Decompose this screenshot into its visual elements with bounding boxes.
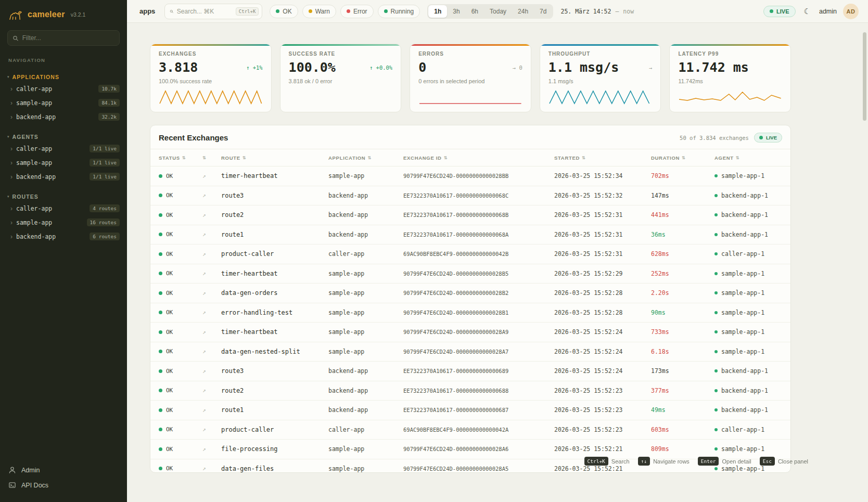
avatar[interactable]: AD bbox=[843, 4, 859, 19]
sort-icon[interactable]: ⇅ bbox=[682, 156, 685, 160]
agent-cell: sample-app-1 bbox=[714, 328, 790, 336]
sidebar-item[interactable]: › sample-app 16 routes bbox=[0, 215, 127, 229]
col-duration[interactable]: DURATION⇅ bbox=[651, 155, 714, 161]
status-cell: OK bbox=[159, 173, 202, 179]
table-row[interactable]: OK ↗ route2 backend-app EE7322370A10617-… bbox=[150, 205, 790, 225]
status-filter-chip[interactable]: Error bbox=[340, 5, 374, 18]
sidebar-item[interactable]: › backend-app 32.2k bbox=[0, 110, 127, 124]
exchange-id-cell: 90799F47E6CD24D-00000000000028B1 bbox=[403, 310, 554, 316]
sort-icon[interactable]: ⇅ bbox=[736, 156, 739, 160]
application-cell: sample-app bbox=[328, 289, 403, 297]
theme-toggle-button[interactable]: ☾ bbox=[802, 5, 813, 18]
table-row[interactable]: OK ↗ error-handling-test sample-app 9079… bbox=[150, 303, 790, 323]
open-link-icon[interactable]: ↗ bbox=[202, 387, 206, 394]
col-status[interactable]: STATUS⇅ bbox=[159, 155, 202, 161]
search-shortcut-badge: Ctrl+K bbox=[236, 7, 259, 16]
status-filter-chip[interactable]: Running bbox=[378, 5, 420, 18]
stat-card-success-rate[interactable]: SUCCESS RATE 100.0% ↑ +0.0% 3.818 ok / 0… bbox=[280, 44, 402, 112]
open-link-icon[interactable]: ↗ bbox=[202, 426, 206, 433]
table-row[interactable]: OK ↗ route1 backend-app EE7322370A10617-… bbox=[150, 401, 790, 420]
col-agent[interactable]: AGENT⇅ bbox=[714, 155, 790, 161]
open-link-icon[interactable]: ↗ bbox=[202, 173, 206, 179]
agent-status-dot bbox=[714, 252, 718, 255]
col-started[interactable]: STARTED⇅ bbox=[554, 155, 651, 161]
col-exchange-id[interactable]: EXCHANGE ID⇅ bbox=[403, 155, 554, 161]
time-range-button[interactable]: 6h bbox=[466, 5, 484, 18]
agent-status-dot bbox=[714, 369, 718, 372]
sidebar-item[interactable]: › sample-app 84.1k bbox=[0, 96, 127, 110]
section-applications-header[interactable]: ▾ APPLICATIONS bbox=[0, 72, 127, 82]
scrollbar-thumb[interactable] bbox=[863, 32, 866, 121]
open-link-icon[interactable]: ↗ bbox=[202, 368, 206, 375]
table-row[interactable]: OK ↗ timer-heartbeat sample-app 90799F47… bbox=[150, 166, 790, 186]
time-range-button[interactable]: 24h bbox=[512, 5, 534, 18]
table-row[interactable]: OK ↗ data-gen-orders sample-app 90799F47… bbox=[150, 284, 790, 303]
open-link-icon[interactable]: ↗ bbox=[202, 348, 206, 355]
time-range-button[interactable]: 7d bbox=[534, 5, 552, 18]
status-filter-chip[interactable]: Warn bbox=[302, 5, 336, 18]
sidebar-item[interactable]: › backend-app 6 routes bbox=[0, 229, 127, 243]
open-link-icon[interactable]: ↗ bbox=[202, 446, 206, 453]
col-route[interactable]: ROUTE⇅ bbox=[221, 155, 328, 161]
section-routes-header[interactable]: ▾ ROUTES bbox=[0, 192, 127, 201]
table-row[interactable]: OK ↗ product-caller caller-app 69AC90BF8… bbox=[150, 420, 790, 440]
stat-card-throughput[interactable]: THROUGHPUT 1.1 msg/s → 1.1 msg/s bbox=[540, 44, 661, 112]
stat-card-latency[interactable]: LATENCY P99 11.742 ms 11.742ms bbox=[669, 44, 791, 112]
open-link-icon[interactable]: ↗ bbox=[202, 309, 206, 316]
table-row[interactable]: OK ↗ data-gen-nested-split sample-app 90… bbox=[150, 342, 790, 362]
sidebar-item-label: backend-app bbox=[16, 173, 56, 181]
status-filter-chip[interactable]: OK bbox=[270, 5, 298, 18]
sidebar-item[interactable]: › caller-app 10.7k bbox=[0, 82, 127, 96]
sidebar-item-admin[interactable]: Admin bbox=[8, 462, 119, 478]
table-row[interactable]: OK ↗ product-caller caller-app 69AC90BF8… bbox=[150, 244, 790, 264]
sort-icon[interactable]: ⇅ bbox=[182, 156, 186, 160]
stat-card-exchanges[interactable]: EXCHANGES 3.818 ↑ +1% 100.0% success rat… bbox=[150, 44, 272, 112]
open-link-icon[interactable]: ↗ bbox=[202, 251, 206, 258]
table-row[interactable]: OK ↗ route3 backend-app EE7322370A10617-… bbox=[150, 362, 790, 381]
sidebar-item[interactable]: › caller-app 4 routes bbox=[0, 201, 127, 215]
time-range-button[interactable]: 1h bbox=[428, 5, 447, 18]
sort-icon[interactable]: ⇅ bbox=[367, 156, 371, 160]
status-dot bbox=[384, 9, 388, 13]
table-row[interactable]: OK ↗ timer-heartbeat sample-app 90799F47… bbox=[150, 323, 790, 342]
col-application[interactable]: APPLICATION⇅ bbox=[328, 155, 403, 161]
sort-icon[interactable]: ⇅ bbox=[202, 156, 206, 160]
open-link-icon[interactable]: ↗ bbox=[202, 329, 206, 336]
sort-icon[interactable]: ⇅ bbox=[444, 156, 448, 160]
section-agents-header[interactable]: ▾ AGENTS bbox=[0, 132, 127, 141]
table-row[interactable]: OK ↗ file-processing sample-app 90799F47… bbox=[150, 440, 790, 459]
time-range-button[interactable]: Today bbox=[484, 5, 512, 18]
time-range-button[interactable]: 3h bbox=[447, 5, 465, 18]
search-box[interactable]: Ctrl+K bbox=[164, 4, 262, 19]
open-link-icon[interactable]: ↗ bbox=[202, 212, 206, 218]
table-row[interactable]: OK ↗ route1 backend-app EE7322370A10617-… bbox=[150, 225, 790, 245]
sidebar-item[interactable]: › sample-app 1/1 live bbox=[0, 156, 127, 170]
col-link[interactable]: ⇅ bbox=[202, 156, 221, 160]
open-link-icon[interactable]: ↗ bbox=[202, 270, 206, 277]
open-link-icon[interactable]: ↗ bbox=[202, 192, 206, 199]
sidebar-filter[interactable] bbox=[7, 30, 120, 46]
stat-card-errors[interactable]: ERRORS 0 → 0 0 errors in selected period bbox=[410, 44, 531, 112]
table-row[interactable]: OK ↗ timer-heartbeat sample-app 90799F47… bbox=[150, 264, 790, 284]
open-link-icon[interactable]: ↗ bbox=[202, 290, 206, 297]
started-cell: 2026-03-25 15:52:21 bbox=[554, 465, 651, 472]
table-live-indicator[interactable]: LIVE bbox=[754, 133, 782, 143]
duration-cell: 702ms bbox=[651, 172, 714, 179]
time-range-display[interactable]: 25. März 14:52 — now bbox=[560, 8, 634, 15]
sidebar-item[interactable]: › caller-app 1/1 live bbox=[0, 141, 127, 156]
sort-icon[interactable]: ⇅ bbox=[242, 156, 246, 160]
open-link-icon[interactable]: ↗ bbox=[202, 231, 206, 238]
table-row[interactable]: OK ↗ route3 backend-app EE7322370A10617-… bbox=[150, 186, 790, 206]
open-link-icon[interactable]: ↗ bbox=[202, 465, 206, 472]
live-indicator[interactable]: LIVE bbox=[763, 6, 795, 17]
sort-icon[interactable]: ⇅ bbox=[582, 156, 585, 160]
link-cell: ↗ bbox=[202, 192, 221, 199]
application-cell: backend-app bbox=[328, 211, 403, 218]
filter-input[interactable] bbox=[22, 34, 114, 42]
search-input[interactable] bbox=[177, 8, 233, 15]
sidebar-item[interactable]: › backend-app 1/1 live bbox=[0, 170, 127, 184]
logo[interactable]: cameleer v3.2.1 bbox=[0, 0, 127, 25]
sidebar-item-api-docs[interactable]: API Docs bbox=[8, 478, 119, 493]
open-link-icon[interactable]: ↗ bbox=[202, 407, 206, 414]
table-row[interactable]: OK ↗ route2 backend-app EE7322370A10617-… bbox=[150, 381, 790, 401]
